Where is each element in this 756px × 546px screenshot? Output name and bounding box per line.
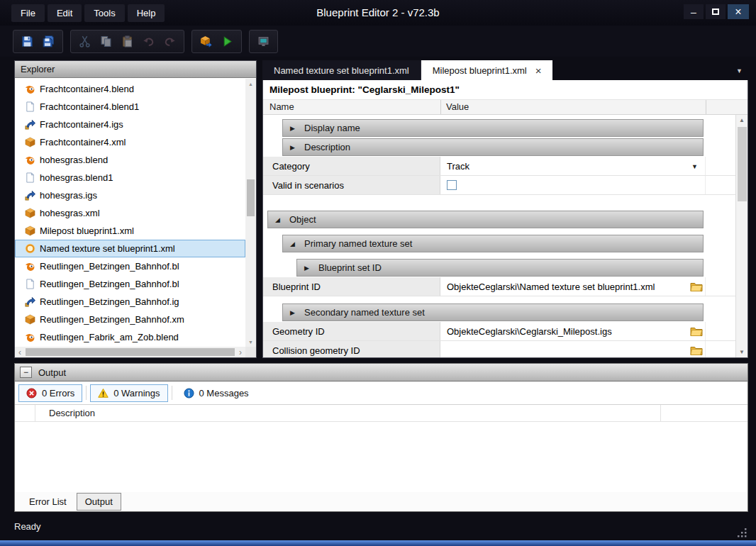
property-extra-cell <box>705 322 735 340</box>
menu-help[interactable]: Help <box>128 4 165 22</box>
tree-item[interactable]: Milepost blueprint1.xml <box>15 222 245 240</box>
cut-button[interactable] <box>77 33 93 50</box>
tab-milepost[interactable]: Milepost blueprint1.xml × <box>421 60 553 80</box>
close-button[interactable]: × <box>728 4 749 19</box>
group-object[interactable]: ◢Object <box>267 211 704 228</box>
folder-icon <box>690 325 703 337</box>
collapse-output-button[interactable]: − <box>20 367 32 378</box>
paste-button[interactable] <box>119 33 135 50</box>
vertical-scroll-thumb[interactable] <box>247 179 255 216</box>
menu-tools[interactable]: Tools <box>84 4 124 22</box>
stop-button[interactable] <box>255 33 272 50</box>
expander-expanded-icon[interactable]: ◢ <box>275 216 282 223</box>
output-header: − Output <box>14 363 748 381</box>
tab-output[interactable]: Output <box>77 493 121 511</box>
property-grid: ▶Display name ▶Description Category Trac… <box>263 115 735 357</box>
menu-edit[interactable]: Edit <box>48 4 82 22</box>
browse-file-button[interactable] <box>690 345 703 356</box>
expander-expanded-icon[interactable]: ◢ <box>290 240 297 247</box>
group-blueprint-set-id[interactable]: ▶Blueprint set ID <box>296 259 704 277</box>
tree-item-label: Reutlingen_Betzingen_Bahnhof.ig <box>40 296 179 307</box>
scrollbar-corner <box>245 347 256 357</box>
scroll-down-icon[interactable]: ▼ <box>245 337 256 347</box>
redo-button[interactable] <box>162 33 178 50</box>
save-button[interactable] <box>19 33 35 50</box>
explorer-title: Explorer <box>21 64 55 74</box>
blueprint-title: Milepost blueprint: "Ceglarski_Milepost1… <box>263 80 747 100</box>
property-name-label: Geometry ID <box>272 326 325 337</box>
scroll-up-icon[interactable]: ▲ <box>245 79 256 89</box>
explorer-vertical-scrollbar[interactable]: ▲ ▼ <box>245 79 256 347</box>
browse-file-button[interactable] <box>690 281 703 292</box>
tab-label: Named texture set blueprint1.xml <box>274 65 409 76</box>
editor-vertical-scrollbar[interactable]: ▲ ▼ <box>735 115 747 357</box>
tab-error-list[interactable]: Error List <box>21 494 74 510</box>
undo-button[interactable] <box>140 33 157 50</box>
warnings-toggle-button[interactable]: 0 Warnings <box>90 384 167 402</box>
expander-collapsed-icon[interactable]: ▶ <box>290 309 297 316</box>
valid-in-scenarios-checkbox[interactable] <box>447 180 457 190</box>
toolbar-group-build <box>191 30 242 53</box>
group-secondary-named-texture-set[interactable]: ▶Secondary named texture set <box>282 303 704 321</box>
group-description[interactable]: ▶Description <box>282 138 704 156</box>
tree-item[interactable]: hohesgras.igs <box>15 186 245 204</box>
tree-item-selected[interactable]: Named texture set blueprint1.xml <box>15 240 245 257</box>
tree-item[interactable]: Frachtcontainer4.xml <box>15 133 245 151</box>
tree-item[interactable]: Reutlingen_Betzingen_Bahnhof.bl <box>15 257 245 275</box>
group-primary-named-texture-set[interactable]: ◢Primary named texture set <box>282 235 704 252</box>
column-divider[interactable] <box>706 100 706 114</box>
export-button[interactable] <box>198 33 214 50</box>
property-name-label: Blueprint ID <box>272 282 321 292</box>
resize-grip[interactable] <box>738 528 747 540</box>
menu-bar: File Edit Tools Help <box>11 4 165 22</box>
tab-close-icon[interactable]: × <box>535 65 542 76</box>
column-divider[interactable] <box>440 100 441 114</box>
minus-icon: − <box>23 368 28 377</box>
tree-item-label: Reutlingen_Fabrik_am_Zob.blend <box>40 332 179 342</box>
maximize-button[interactable] <box>706 4 726 19</box>
errors-count-label: 0 Errors <box>42 388 74 399</box>
tree-item[interactable]: Frachtcontainer4.blend <box>15 80 245 98</box>
undo-icon <box>143 35 155 48</box>
tree-item-label: hohesgras.blend1 <box>40 172 113 183</box>
explorer-horizontal-scrollbar[interactable]: ‹ › <box>15 347 245 357</box>
expander-collapsed-icon[interactable]: ▶ <box>290 144 297 151</box>
tree-item[interactable]: Frachtcontainer4.igs <box>15 116 245 133</box>
tab-overflow-chevron-icon[interactable]: ▼ <box>736 67 743 74</box>
menu-file[interactable]: File <box>11 4 45 22</box>
errors-toggle-button[interactable]: 0 Errors <box>18 384 82 402</box>
scroll-up-icon[interactable]: ▲ <box>736 115 747 126</box>
tab-named-texture-set[interactable]: Named texture set blueprint1.xml <box>262 60 421 80</box>
minimize-button[interactable]: – <box>684 4 704 19</box>
scroll-right-icon[interactable]: › <box>235 347 245 357</box>
tree-item[interactable]: hohesgras.blend1 <box>15 169 245 186</box>
group-display-name[interactable]: ▶Display name <box>282 119 704 137</box>
horizontal-scroll-thumb[interactable] <box>26 348 235 356</box>
chevron-down-icon[interactable]: ▼ <box>691 163 698 170</box>
property-extra-cell <box>705 277 735 296</box>
tree-item[interactable]: Reutlingen_Betzingen_Bahnhof.bl <box>15 275 245 293</box>
property-row-valid-in-scenarios: Valid in scenarios <box>263 176 735 195</box>
expander-collapsed-icon[interactable]: ▶ <box>304 264 311 272</box>
save-all-button[interactable] <box>40 33 57 50</box>
tree-item[interactable]: Reutlingen_Fabrik_am_Zob.blend <box>15 328 245 346</box>
tree-item[interactable]: hohesgras.blend <box>15 151 245 169</box>
tree-item[interactable]: Frachtcontainer4.blend1 <box>15 98 245 116</box>
vertical-scroll-thumb[interactable] <box>738 127 747 201</box>
run-button[interactable] <box>219 33 235 50</box>
tree-item[interactable]: Reutlingen_Betzingen_Bahnhof.xm <box>15 311 245 328</box>
copy-button[interactable] <box>98 33 114 50</box>
tree-item[interactable]: Reutlingen_Betzingen_Bahnhof.ig <box>15 293 245 311</box>
messages-count-label: 0 Messages <box>199 388 249 399</box>
output-body: 0 Errors 0 Warnings 0 Messages Descripti… <box>14 381 748 512</box>
property-name: Blueprint ID <box>263 277 440 296</box>
browse-file-button[interactable] <box>690 325 703 337</box>
category-dropdown[interactable]: Track ▼ <box>440 157 705 175</box>
scroll-down-icon[interactable]: ▼ <box>736 347 747 357</box>
output-title: Output <box>38 367 66 378</box>
scroll-left-icon[interactable]: ‹ <box>15 347 25 357</box>
expander-collapsed-icon[interactable]: ▶ <box>290 125 297 132</box>
tree-item[interactable]: hohesgras.xml <box>15 204 245 222</box>
messages-toggle-button[interactable]: 0 Messages <box>176 384 257 402</box>
group-label: Primary named texture set <box>304 238 412 249</box>
